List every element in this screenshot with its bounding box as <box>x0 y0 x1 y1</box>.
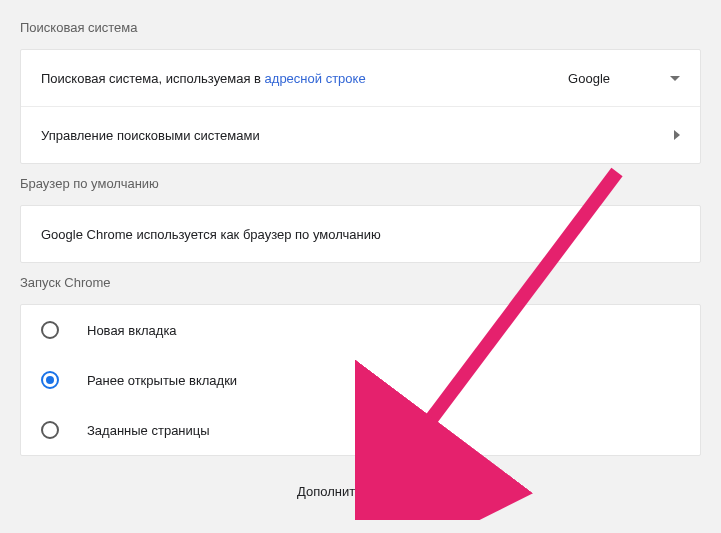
radio-icon <box>41 321 59 339</box>
radio-icon <box>41 421 59 439</box>
card-startup: Новая вкладка Ранее открытые вкладки Зад… <box>20 304 701 456</box>
radio-label-specific-pages: Заданные страницы <box>87 423 210 438</box>
radio-label-new-tab: Новая вкладка <box>87 323 177 338</box>
link-address-bar[interactable]: адресной строке <box>265 71 366 86</box>
label-manage-search-engines: Управление поисковыми системами <box>41 128 260 143</box>
radio-row-new-tab[interactable]: Новая вкладка <box>21 305 700 355</box>
row-search-engine-used-in: Поисковая система, используемая в адресн… <box>21 50 700 106</box>
chevron-right-icon <box>674 130 680 140</box>
caret-down-icon <box>414 489 424 494</box>
row-manage-search-engines[interactable]: Управление поисковыми системами <box>21 107 700 163</box>
card-default-browser: Google Chrome используется как браузер п… <box>20 205 701 263</box>
advanced-toggle[interactable]: Дополнительные <box>20 484 701 499</box>
row-default-browser-status: Google Chrome используется как браузер п… <box>21 206 700 262</box>
advanced-label: Дополнительные <box>297 484 400 499</box>
card-search-engine: Поисковая система, используемая в адресн… <box>20 49 701 164</box>
radio-row-specific-pages[interactable]: Заданные страницы <box>21 405 700 455</box>
radio-icon <box>41 371 59 389</box>
select-search-engine-value: Google <box>568 71 610 86</box>
radio-row-continue[interactable]: Ранее открытые вкладки <box>21 355 700 405</box>
text-search-engine-used-in-prefix: Поисковая система, используемая в <box>41 71 265 86</box>
select-search-engine[interactable]: Google <box>568 71 680 86</box>
label-search-engine-used-in: Поисковая система, используемая в адресн… <box>41 71 366 86</box>
section-title-search-engine: Поисковая система <box>20 20 701 35</box>
label-default-browser-status: Google Chrome используется как браузер п… <box>41 227 381 242</box>
section-title-startup: Запуск Chrome <box>20 275 701 290</box>
caret-down-icon <box>670 76 680 81</box>
section-title-default-browser: Браузер по умолчанию <box>20 176 701 191</box>
radio-label-continue: Ранее открытые вкладки <box>87 373 237 388</box>
